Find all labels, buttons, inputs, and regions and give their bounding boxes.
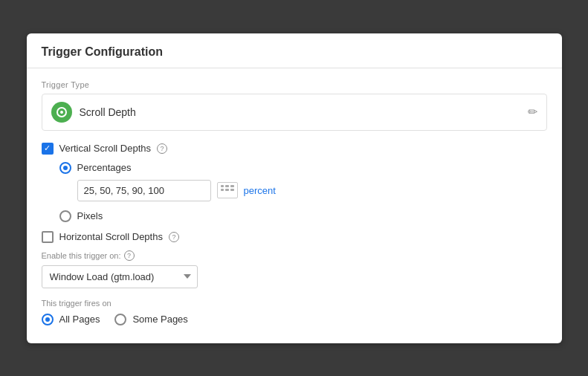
percentages-radio-row: Percentages: [59, 162, 547, 174]
trigger-type-label: Trigger Type: [42, 80, 547, 89]
vertical-scroll-checkbox[interactable]: ✓: [42, 143, 54, 155]
trigger-type-name: Scroll Depth: [80, 106, 136, 118]
table-cell: [221, 185, 224, 187]
horizontal-scroll-row: Horizontal Scroll Depths ?: [42, 231, 547, 243]
pixels-radio[interactable]: [59, 210, 71, 222]
pixels-radio-row: Pixels: [59, 210, 547, 222]
card-header: Trigger Configuration: [27, 33, 562, 68]
enable-trigger-dropdown-row: Window Load (gtm.load) All Pages Consent…: [42, 265, 547, 288]
percentages-label: Percentages: [77, 162, 132, 173]
some-pages-label: Some Pages: [132, 314, 187, 325]
horizontal-scroll-label: Horizontal Scroll Depths: [59, 231, 163, 242]
card-title: Trigger Configuration: [42, 45, 164, 58]
percentages-input[interactable]: [77, 180, 211, 201]
trigger-config-card: Trigger Configuration Trigger Type Scrol…: [27, 33, 562, 343]
all-pages-radio[interactable]: [42, 314, 54, 325]
percent-label: percent: [244, 185, 276, 196]
vertical-scroll-label: Vertical Scroll Depths: [59, 143, 152, 154]
some-pages-radio-row: Some Pages: [114, 314, 187, 325]
table-cell: [221, 189, 224, 191]
edit-icon[interactable]: ✏: [528, 105, 537, 119]
table-icon-row-2: [221, 189, 234, 191]
table-cell: [225, 185, 229, 187]
table-cell: [230, 189, 234, 191]
enable-trigger-dropdown[interactable]: Window Load (gtm.load) All Pages Consent…: [42, 265, 198, 288]
vertical-scroll-row: ✓ Vertical Scroll Depths ?: [42, 143, 547, 155]
enable-trigger-label: Enable this trigger on: ?: [42, 250, 547, 261]
fires-on-row: All Pages Some Pages: [42, 314, 547, 331]
pixels-label: Pixels: [77, 210, 103, 221]
radio-group-vertical: Percentages percent: [59, 162, 547, 222]
table-cell: [225, 189, 229, 191]
some-pages-radio[interactable]: [114, 314, 126, 325]
enable-trigger-help-icon[interactable]: ?: [124, 250, 135, 261]
fires-on-label: This trigger fires on: [42, 299, 547, 308]
table-cell: [230, 185, 234, 187]
table-icon-row-1: [221, 185, 234, 187]
enable-trigger-text: Enable this trigger on:: [42, 251, 121, 260]
trigger-type-row: Scroll Depth ✏: [42, 94, 547, 131]
checkmark-icon: ✓: [44, 144, 51, 152]
trigger-type-left: Scroll Depth: [51, 102, 136, 123]
table-icon-button[interactable]: [217, 182, 238, 198]
percentages-radio[interactable]: [59, 162, 71, 174]
scroll-icon-inner: [56, 107, 67, 117]
horizontal-scroll-checkbox[interactable]: [42, 231, 54, 243]
scroll-depth-icon: [51, 102, 72, 123]
vertical-scroll-help-icon[interactable]: ?: [157, 143, 167, 154]
percentages-input-row: percent: [77, 180, 547, 201]
card-body: Trigger Type Scroll Depth ✏ ✓ Vertical S…: [27, 68, 562, 343]
all-pages-radio-row: All Pages: [42, 314, 100, 325]
all-pages-label: All Pages: [59, 314, 100, 325]
horizontal-scroll-help-icon[interactable]: ?: [169, 232, 179, 242]
